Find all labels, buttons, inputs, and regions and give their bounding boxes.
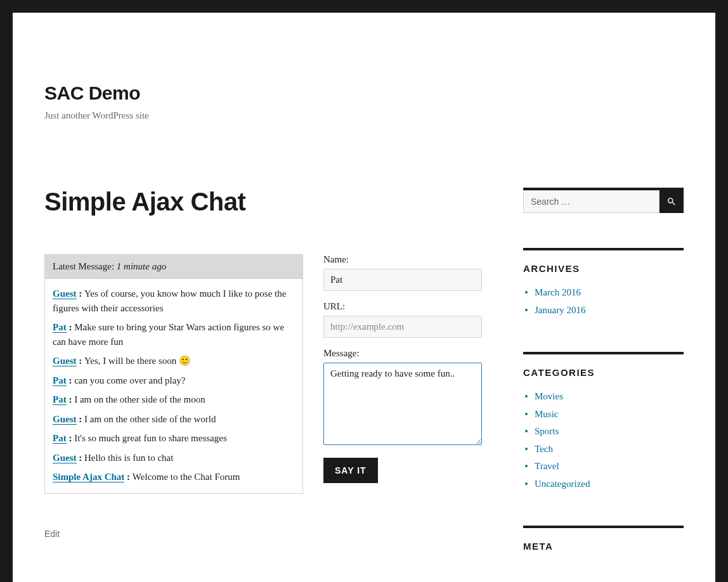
chat-separator: : (77, 356, 85, 366)
chat-text: I am on the other side of the world (84, 414, 216, 424)
chat-line: Guest : Yes of course, you know how much… (53, 287, 295, 315)
list-item: January 2016 (523, 303, 684, 318)
meta-widget: META (523, 526, 684, 552)
main-column: Simple Ajax Chat Latest Message: 1 minut… (44, 188, 482, 582)
name-label: Name: (323, 254, 482, 265)
chat-user-link[interactable]: Pat (53, 433, 67, 444)
url-label: URL: (323, 301, 482, 312)
say-it-button[interactable]: Say It (323, 458, 378, 483)
chat-separator: : (67, 394, 75, 404)
message-textarea[interactable] (323, 363, 482, 445)
chat-user-link[interactable]: Pat (53, 322, 67, 333)
chat-user-link[interactable]: Simple Ajax Chat (53, 472, 124, 482)
category-link[interactable]: Uncategorized (535, 479, 590, 489)
chat-separator: : (124, 472, 133, 482)
category-link[interactable]: Sports (535, 426, 559, 436)
archives-widget: ARCHIVES March 2016January 2016 (523, 248, 684, 317)
chat-user-link[interactable]: Guest (53, 288, 77, 299)
site-header: SAC Demo Just another WordPress site (13, 13, 715, 121)
list-item: Uncategorized (523, 477, 684, 491)
chat-user-link[interactable]: Pat (53, 375, 67, 386)
page-title: Simple Ajax Chat (44, 188, 482, 216)
search-icon (666, 197, 677, 207)
chat-text: Make sure to bring your Star Wars action… (53, 322, 284, 347)
chat-user-link[interactable]: Guest (53, 356, 77, 366)
chat-text: I am on the other side of the moon (74, 394, 205, 404)
latest-prefix: Latest Message: (53, 261, 117, 271)
search-input[interactable] (523, 190, 660, 213)
chat-separator: : (67, 375, 75, 385)
category-link[interactable]: Movies (535, 391, 563, 401)
category-link[interactable]: Travel (535, 461, 559, 471)
chat-separator: : (67, 322, 75, 332)
url-input[interactable] (323, 316, 482, 338)
list-item: March 2016 (523, 285, 684, 300)
chat-line: Pat : It's so much great fun to share me… (53, 431, 295, 446)
chat-latest-header: Latest Message: 1 minute ago (45, 255, 302, 279)
site-tagline: Just another WordPress site (44, 110, 684, 121)
chat-line: Guest : Yes, I will be there soon 🙂 (53, 354, 295, 368)
edit-link[interactable]: Edit (44, 529, 482, 539)
chat-user-link[interactable]: Pat (53, 394, 67, 405)
chat-line: Pat : I am on the other side of the moon (53, 392, 295, 407)
site-title[interactable]: SAC Demo (44, 82, 684, 104)
chat-line: Simple Ajax Chat : Welcome to the Chat F… (53, 470, 295, 484)
chat-text: Yes, I will be there soon 🙂 (84, 356, 191, 366)
page-frame: SAC Demo Just another WordPress site Sim… (13, 13, 715, 582)
archives-list: March 2016January 2016 (523, 285, 684, 317)
content-wrap: Simple Ajax Chat Latest Message: 1 minut… (13, 121, 715, 582)
archives-title: ARCHIVES (523, 263, 684, 274)
chat-line: Pat : can you come over and play? (53, 373, 295, 388)
chat-text: Hello this is fun to chat (84, 453, 173, 463)
chat-separator: : (77, 288, 85, 299)
chat-messages: Guest : Yes of course, you know how much… (45, 279, 302, 493)
chat-line: Guest : Hello this is fun to chat (53, 451, 295, 465)
chat-line: Guest : I am on the other side of the wo… (53, 412, 295, 427)
chat-text: Yes of course, you know how much I like … (53, 288, 286, 313)
search-button[interactable] (660, 190, 684, 213)
chat-separator: : (77, 453, 85, 463)
categories-list: MoviesMusicSportsTechTravelUncategorized (523, 389, 684, 491)
chat-text: can you come over and play? (74, 375, 185, 385)
name-input[interactable] (323, 269, 482, 291)
archive-link[interactable]: January 2016 (535, 305, 585, 315)
list-item: Movies (523, 389, 684, 404)
chat-user-link[interactable]: Guest (53, 414, 77, 425)
list-item: Music (523, 407, 684, 422)
chat-row: Latest Message: 1 minute ago Guest : Yes… (44, 254, 482, 494)
chat-text: Welcome to the Chat Forum (133, 472, 240, 482)
chat-line: Pat : Make sure to bring your Star Wars … (53, 320, 295, 349)
chat-separator: : (77, 414, 85, 424)
latest-time: 1 minute ago (117, 261, 166, 271)
chat-user-link[interactable]: Guest (53, 453, 77, 463)
chat-separator: : (67, 433, 75, 443)
chat-form: Name: URL: Message: Say It (323, 254, 482, 494)
message-label: Message: (323, 348, 482, 359)
categories-title: CATEGORIES (523, 367, 684, 378)
archive-link[interactable]: March 2016 (535, 287, 581, 297)
sidebar: ARCHIVES March 2016January 2016 CATEGORI… (523, 188, 684, 582)
chat-box: Latest Message: 1 minute ago Guest : Yes… (44, 254, 303, 494)
list-item: Sports (523, 424, 684, 439)
categories-widget: CATEGORIES MoviesMusicSportsTechTravelUn… (523, 352, 684, 491)
list-item: Tech (523, 442, 684, 456)
list-item: Travel (523, 459, 684, 474)
meta-title: META (523, 541, 684, 552)
category-link[interactable]: Tech (535, 444, 553, 454)
category-link[interactable]: Music (535, 409, 559, 419)
chat-text: It's so much great fun to share messages (74, 433, 227, 443)
search-widget (523, 188, 684, 213)
